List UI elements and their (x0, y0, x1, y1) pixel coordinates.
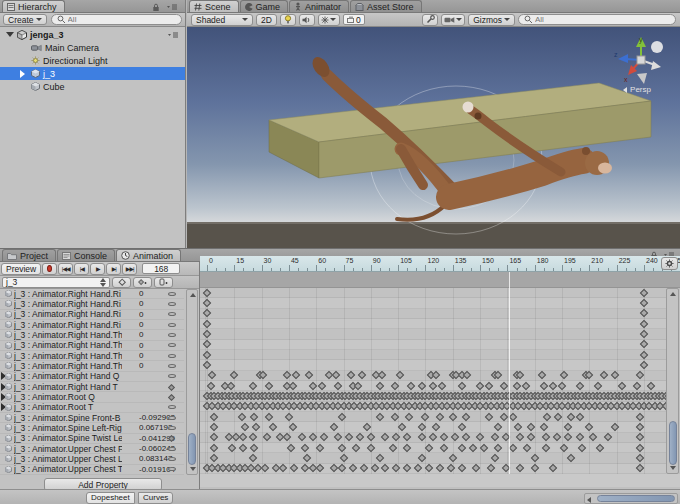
hierarchy-item-directional-light[interactable]: Directional Light (0, 54, 185, 67)
property-key-indicator[interactable] (168, 354, 176, 358)
keyframe-diamond[interactable] (334, 433, 342, 441)
keyframe-diamond[interactable] (203, 330, 211, 338)
keyframe-diamond[interactable] (436, 464, 444, 472)
keyframe-diamond[interactable] (523, 443, 531, 451)
keyframe-diamond[interactable] (292, 371, 300, 379)
property-row[interactable]: j_3 : Animator.Right Hand.Ri0 (0, 320, 184, 330)
keyframe-diamond[interactable] (514, 423, 522, 431)
keyframe-diamond[interactable] (332, 371, 340, 379)
dopesheet-area[interactable] (200, 288, 666, 474)
keyframe-diamond[interactable] (334, 381, 342, 389)
keyframe-diamond[interactable] (461, 412, 469, 420)
property-row[interactable]: j_3 : Animator.Spine Twist Le-0.041299 (0, 434, 184, 444)
keyframe-diamond[interactable] (480, 443, 488, 451)
dopesheet-lane[interactable] (200, 360, 666, 370)
keyframe-diamond[interactable] (203, 309, 211, 317)
keyframe-diamond[interactable] (640, 309, 648, 317)
keyframe-diamond[interactable] (392, 433, 400, 441)
dopesheet-lane[interactable] (200, 350, 666, 360)
keyframe-diamond[interactable] (439, 443, 447, 451)
keyframe-diamond[interactable] (407, 381, 415, 389)
keyframe-diamond[interactable] (203, 350, 211, 358)
keyframe-diamond[interactable] (376, 381, 384, 389)
dopesheet-tab-button[interactable]: Dopesheet (86, 492, 135, 504)
timeline-ruler[interactable]: 0153045607590105120135150165180195210225… (200, 256, 680, 272)
item-menu-icon[interactable] (167, 31, 179, 39)
property-row[interactable]: j_3 : Animator.Right Hand.Th0 (0, 361, 184, 371)
dopesheet-lane[interactable] (200, 309, 666, 319)
dopesheet-lane[interactable] (200, 329, 666, 339)
property-row[interactable]: j_3 : Animator.Right Hand.Th0 (0, 341, 184, 351)
record-button[interactable] (42, 263, 57, 275)
keyframe-diamond[interactable] (578, 443, 586, 451)
keyframe-diamond[interactable] (396, 371, 404, 379)
axis-z-cone[interactable] (618, 54, 628, 63)
last-key-button[interactable]: ▶▶| (122, 263, 137, 275)
property-row[interactable]: j_3 : Animator.Upper Chest T-0.019104 (0, 465, 184, 475)
dopesheet-lane[interactable] (200, 298, 666, 308)
property-key-indicator[interactable] (168, 457, 176, 461)
keyframe-diamond[interactable] (432, 423, 440, 431)
dopesheet-v-scrollbar[interactable] (666, 288, 679, 474)
keyframe-diamond[interactable] (203, 319, 211, 327)
keyframe-diamond[interactable] (530, 454, 538, 462)
keyframe-diamond[interactable] (345, 433, 353, 441)
keyframe-diamond[interactable] (283, 433, 291, 441)
keyframe-diamond[interactable] (576, 381, 584, 389)
keyframe-diamond[interactable] (283, 371, 291, 379)
keyframe-diamond[interactable] (261, 464, 269, 472)
keyframe-diamond[interactable] (319, 433, 327, 441)
keyframe-diamond[interactable] (600, 371, 608, 379)
keyframe-diamond[interactable] (378, 371, 386, 379)
keyframe-diamond[interactable] (541, 433, 549, 441)
dopesheet-lane[interactable] (200, 402, 666, 412)
keyframe-diamond[interactable] (540, 423, 548, 431)
keyframe-diamond[interactable] (403, 464, 411, 472)
keyframe-diamond[interactable] (538, 371, 546, 379)
keyframe-diamond[interactable] (339, 454, 347, 462)
keyframe-diamond[interactable] (549, 381, 557, 389)
dopesheet-lane[interactable] (200, 433, 666, 443)
keyframe-diamond[interactable] (425, 443, 433, 451)
keyframe-diamond[interactable] (552, 433, 560, 441)
property-row[interactable]: j_3 : Animator.Root T (0, 403, 184, 413)
dopesheet-lane[interactable] (200, 422, 666, 432)
scrollbar-thumb[interactable] (669, 421, 677, 465)
keyframe-diamond[interactable] (541, 443, 549, 451)
keyframe-diamond[interactable] (210, 433, 218, 441)
keyframe-diamond[interactable] (521, 381, 529, 389)
dopesheet-settings-button[interactable] (661, 257, 678, 270)
property-key-indicator[interactable] (168, 384, 175, 391)
scene-search-input[interactable] (535, 15, 670, 24)
keyframe-diamond[interactable] (418, 423, 426, 431)
keyframe-diamond[interactable] (611, 371, 619, 379)
tab-asset-store[interactable]: Asset Store (350, 0, 422, 12)
keyframe-diamond[interactable] (594, 381, 602, 389)
keyframe-diamond[interactable] (640, 350, 648, 358)
keyframe-diamond[interactable] (640, 319, 648, 327)
keyframe-diamond[interactable] (317, 381, 325, 389)
keyframe-diamond[interactable] (381, 433, 389, 441)
dopesheet-lane[interactable] (200, 391, 666, 401)
dopesheet-lane[interactable] (200, 453, 666, 463)
keyframe-diamond[interactable] (449, 454, 457, 462)
property-key-indicator[interactable] (168, 416, 176, 420)
keyframe-diamond[interactable] (265, 412, 273, 420)
property-row[interactable]: j_3 : Animator.Spine Left-Rig0.067193 (0, 423, 184, 433)
keyframe-diamond[interactable] (405, 412, 413, 420)
keyframe-diamond[interactable] (290, 464, 298, 472)
keyframe-diamond[interactable] (367, 443, 375, 451)
keyframe-diamond[interactable] (279, 464, 287, 472)
keyframe-diamond[interactable] (450, 433, 458, 441)
scene-viewport[interactable]: y z x Persp (187, 27, 680, 248)
keyframe-diamond[interactable] (447, 464, 455, 472)
keyframe-diamond[interactable] (337, 443, 345, 451)
keyframe-diamond[interactable] (288, 423, 296, 431)
tab-console[interactable]: Console (57, 249, 115, 261)
keyframe-diamond[interactable] (241, 423, 249, 431)
keyframe-diamond[interactable] (589, 433, 597, 441)
tab-project[interactable]: Project (2, 249, 56, 261)
keyframe-diamond[interactable] (248, 433, 256, 441)
keyframe-diamond[interactable] (230, 371, 238, 379)
create-button[interactable]: Create (3, 14, 47, 25)
